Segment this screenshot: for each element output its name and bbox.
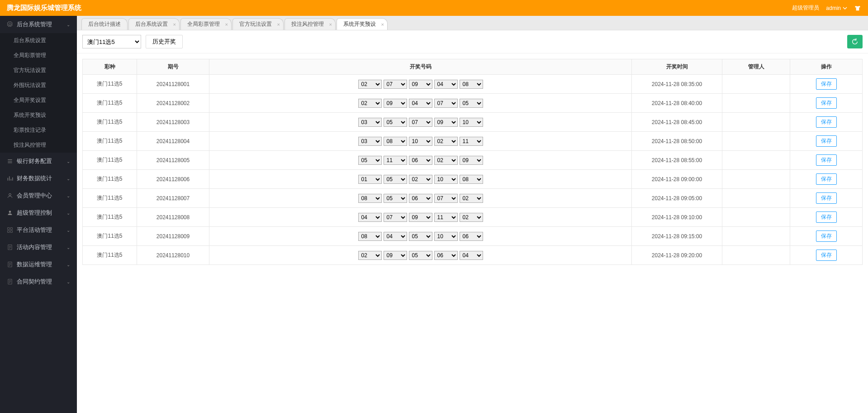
number-select[interactable]: 04: [434, 80, 458, 89]
number-select[interactable]: 10: [409, 137, 432, 146]
number-select[interactable]: 08: [460, 80, 483, 89]
close-icon[interactable]: ×: [329, 22, 332, 27]
number-select[interactable]: 07: [384, 80, 407, 89]
number-select[interactable]: 05: [358, 156, 382, 165]
number-select[interactable]: 10: [434, 175, 458, 184]
refresh-button[interactable]: [847, 35, 863, 48]
save-button[interactable]: 保存: [816, 211, 837, 223]
number-select[interactable]: 08: [384, 137, 407, 146]
number-select[interactable]: 04: [409, 99, 432, 108]
number-select[interactable]: 04: [460, 251, 483, 260]
number-select[interactable]: 07: [434, 99, 458, 108]
number-select[interactable]: 11: [384, 156, 407, 165]
nav-group: 活动内容管理⌄: [0, 239, 77, 256]
number-select[interactable]: 09: [460, 156, 483, 165]
number-select[interactable]: 10: [434, 232, 458, 241]
number-select[interactable]: 05: [384, 175, 407, 184]
save-button[interactable]: 保存: [816, 135, 837, 147]
number-select[interactable]: 05: [409, 251, 432, 260]
number-select[interactable]: 02: [434, 137, 458, 146]
number-select[interactable]: 11: [460, 137, 483, 146]
tab[interactable]: 后台系统设置×: [128, 18, 180, 30]
nav-header[interactable]: 合同契约管理⌄: [0, 273, 77, 290]
number-select[interactable]: 09: [409, 80, 432, 89]
nav-item[interactable]: 全局彩票管理: [0, 48, 77, 63]
user-menu[interactable]: admin: [826, 5, 847, 11]
nav-header[interactable]: 数据运维管理⌄: [0, 256, 77, 273]
number-select[interactable]: 02: [460, 213, 483, 222]
nav-header[interactable]: 银行财务配置⌄: [0, 153, 77, 170]
number-select[interactable]: 10: [460, 118, 483, 127]
nav-item[interactable]: 外围玩法设置: [0, 78, 77, 93]
nav-item[interactable]: 后台系统设置: [0, 33, 77, 48]
nav-header[interactable]: 超级管理控制⌄: [0, 204, 77, 221]
close-icon[interactable]: ×: [225, 22, 228, 27]
number-select[interactable]: 07: [384, 213, 407, 222]
number-select[interactable]: 03: [358, 118, 382, 127]
save-button[interactable]: 保存: [816, 231, 837, 242]
number-select[interactable]: 02: [358, 251, 382, 260]
nav-group-label: 超级管理控制: [17, 209, 52, 217]
number-select[interactable]: 11: [434, 213, 458, 222]
nav-header[interactable]: 活动内容管理⌄: [0, 239, 77, 256]
number-select[interactable]: 06: [409, 156, 432, 165]
tab[interactable]: 全局彩票管理×: [180, 18, 232, 30]
number-select[interactable]: 06: [434, 251, 458, 260]
cell-time: 2024-11-28 08:50:00: [632, 132, 722, 151]
tab[interactable]: 后台统计描述: [81, 18, 128, 30]
save-button[interactable]: 保存: [816, 78, 837, 90]
nav-header[interactable]: 财务数据统计⌄: [0, 170, 77, 187]
save-button[interactable]: 保存: [816, 154, 837, 166]
table-row: 澳门11选52024112800601050210082024-11-28 09…: [83, 170, 863, 189]
nav-header[interactable]: 平台活动管理⌄: [0, 221, 77, 239]
save-button[interactable]: 保存: [816, 116, 837, 128]
save-button[interactable]: 保存: [816, 173, 837, 185]
save-button[interactable]: 保存: [816, 192, 837, 204]
nav-item[interactable]: 彩票投注记录: [0, 123, 77, 138]
cell-type: 澳门11选5: [83, 132, 137, 151]
tab[interactable]: 投注风控管理×: [285, 18, 336, 30]
number-select[interactable]: 06: [460, 232, 483, 241]
number-select[interactable]: 02: [434, 156, 458, 165]
number-select[interactable]: 08: [358, 232, 382, 241]
lottery-select[interactable]: 澳门11选5: [82, 35, 141, 48]
save-button[interactable]: 保存: [816, 250, 837, 261]
nav-item[interactable]: 系统开奖预设: [0, 108, 77, 123]
tshirt-icon[interactable]: [854, 5, 861, 12]
number-select[interactable]: 05: [384, 118, 407, 127]
nav-item[interactable]: 投注风控管理: [0, 138, 77, 153]
history-button[interactable]: 历史开奖: [146, 35, 183, 48]
nav-item[interactable]: 全局开奖设置: [0, 93, 77, 108]
number-select[interactable]: 09: [384, 251, 407, 260]
number-select[interactable]: 09: [434, 118, 458, 127]
number-select[interactable]: 06: [409, 194, 432, 203]
close-icon[interactable]: ×: [277, 22, 280, 27]
number-select[interactable]: 04: [384, 232, 407, 241]
number-select[interactable]: 04: [358, 213, 382, 222]
number-select[interactable]: 01: [358, 175, 382, 184]
number-select[interactable]: 02: [358, 80, 382, 89]
number-select[interactable]: 09: [384, 99, 407, 108]
save-button[interactable]: 保存: [816, 97, 837, 109]
number-select[interactable]: 05: [460, 99, 483, 108]
close-icon[interactable]: ×: [173, 22, 176, 27]
nav-header[interactable]: 后台系统管理⌄: [0, 16, 77, 33]
number-select[interactable]: 09: [409, 213, 432, 222]
number-select[interactable]: 02: [358, 99, 382, 108]
cell-issue: 20241128002: [137, 94, 209, 113]
number-select[interactable]: 02: [460, 194, 483, 203]
tab[interactable]: 官方玩法设置×: [232, 18, 284, 30]
nav-header[interactable]: 会员管理中心⌄: [0, 187, 77, 204]
number-select[interactable]: 07: [434, 194, 458, 203]
nav-item[interactable]: 官方玩法设置: [0, 63, 77, 78]
number-select[interactable]: 03: [358, 137, 382, 146]
sidebar: 后台系统管理⌄后台系统设置全局彩票管理官方玩法设置外围玩法设置全局开奖设置系统开…: [0, 16, 77, 413]
number-select[interactable]: 05: [409, 232, 432, 241]
close-icon[interactable]: ×: [381, 22, 384, 27]
number-select[interactable]: 02: [409, 175, 432, 184]
number-select[interactable]: 07: [409, 118, 432, 127]
number-select[interactable]: 08: [358, 194, 382, 203]
tab[interactable]: 系统开奖预设×: [337, 18, 388, 30]
number-select[interactable]: 05: [384, 194, 407, 203]
number-select[interactable]: 08: [460, 175, 483, 184]
